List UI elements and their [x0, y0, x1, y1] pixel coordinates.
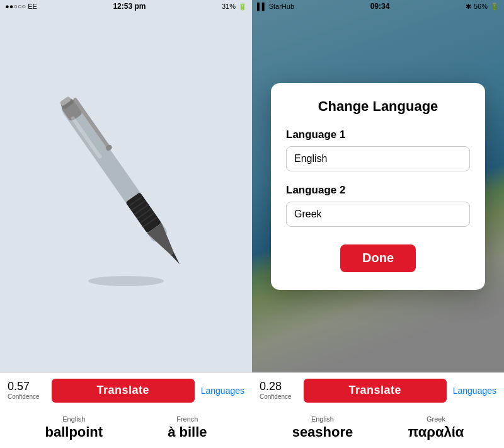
right-results-row: English seashore Greek παραλία: [252, 408, 504, 448]
right-confidence-number: 0.28: [260, 380, 297, 394]
right-translate-button[interactable]: Translate: [304, 379, 447, 403]
right-lang2-word: παραλία: [408, 424, 464, 440]
lang1-label: Language 1: [286, 129, 470, 141]
left-confidence-block: 0.57 Confidence: [8, 380, 45, 401]
right-confidence-label: Confidence: [260, 393, 297, 401]
lang2-input[interactable]: [286, 202, 470, 227]
left-lang2-name: French: [176, 415, 198, 423]
left-confidence-number: 0.57: [8, 380, 45, 394]
lang2-label: Language 2: [286, 184, 470, 197]
pen-image: [57, 73, 195, 300]
left-translate-button[interactable]: Translate: [52, 379, 195, 403]
modal-done-button[interactable]: Done: [340, 244, 416, 272]
signal-dots: ●●○○○ EE: [5, 3, 37, 10]
right-lang2-result: Greek παραλία: [408, 415, 464, 440]
svg-point-0: [88, 276, 164, 286]
left-lang1-name: English: [62, 415, 85, 423]
left-photo: ●●○○○ EE 12:53 pm 31% 🔋: [0, 0, 252, 372]
left-lang1-result: English ballpoint: [45, 415, 103, 440]
svg-marker-12: [171, 253, 181, 265]
right-lang1-result: English seashore: [292, 415, 353, 440]
modal-title: Change Language: [286, 98, 470, 115]
right-bottom-bar: 0.28 Confidence Translate Languages Engl…: [252, 372, 504, 448]
battery-pct-left: 31%: [222, 3, 236, 10]
left-status-bar: ●●○○○ EE 12:53 pm 31% 🔋: [0, 0, 252, 13]
battery-icon-left: 🔋: [238, 3, 247, 11]
right-languages-link[interactable]: Languages: [453, 386, 496, 396]
right-lang1-name: English: [311, 415, 334, 423]
right-lang2-name: Greek: [427, 415, 445, 423]
left-confidence-label: Confidence: [8, 393, 45, 401]
left-signal: ●●○○○ EE: [5, 3, 37, 10]
lang1-input[interactable]: [286, 146, 470, 171]
left-time: 12:53 pm: [113, 2, 146, 11]
right-photo: ▌▌ StarHub 09:34 ✱ 56% 🔋 Change Language…: [252, 0, 504, 372]
right-panel: ▌▌ StarHub 09:34 ✱ 56% 🔋 Change Language…: [252, 0, 504, 448]
left-results-row: English ballpoint French à bille: [0, 408, 252, 448]
left-lang2-result: French à bille: [168, 415, 207, 440]
right-lang1-word: seashore: [292, 424, 353, 440]
right-confidence-block: 0.28 Confidence: [260, 380, 297, 401]
change-language-modal: Change Language Language 1 Language 2 Do…: [271, 83, 485, 290]
left-languages-link[interactable]: Languages: [201, 386, 244, 396]
modal-overlay: Change Language Language 1 Language 2 Do…: [252, 0, 504, 372]
left-lang1-word: ballpoint: [45, 424, 103, 440]
left-lang2-word: à bille: [168, 424, 207, 440]
left-panel: ●●○○○ EE 12:53 pm 31% 🔋: [0, 0, 252, 448]
right-action-row: 0.28 Confidence Translate Languages: [252, 373, 504, 408]
left-action-row: 0.57 Confidence Translate Languages: [0, 373, 252, 408]
left-bottom-bar: 0.57 Confidence Translate Languages Engl…: [0, 372, 252, 448]
left-battery: 31% 🔋: [222, 3, 247, 11]
